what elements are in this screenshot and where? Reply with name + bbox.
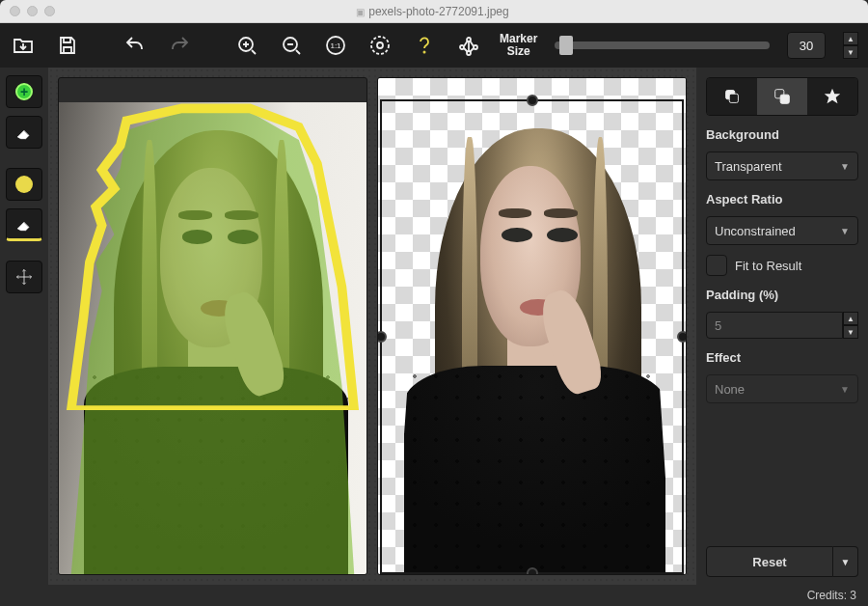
plus-circle-icon: +: [15, 83, 33, 100]
fit-to-result-row: Fit to Result: [706, 255, 858, 276]
zoom-out-icon: [280, 34, 303, 57]
svg-rect-12: [729, 94, 738, 102]
close-window-icon[interactable]: [10, 6, 20, 16]
tab-output[interactable]: [757, 78, 807, 115]
effect-label: Effect: [706, 350, 858, 365]
move-icon: [14, 267, 34, 287]
eraser-tool-2[interactable]: [6, 208, 42, 241]
padding-input[interactable]: 5: [706, 312, 843, 339]
left-toolbar: +: [0, 68, 48, 585]
undo-icon: [123, 34, 147, 57]
slider-thumb[interactable]: [559, 36, 573, 55]
effect-dropdown[interactable]: None ▼: [706, 374, 858, 403]
reset-button[interactable]: Reset: [706, 546, 833, 577]
move-tool[interactable]: [6, 261, 42, 293]
document-title: pexels-photo-2772091.jpeg: [55, 5, 810, 18]
open-button[interactable]: [10, 32, 37, 59]
stepper-down-icon[interactable]: ▼: [843, 45, 858, 59]
crop-handle-top[interactable]: [527, 95, 538, 106]
ai-button[interactable]: [455, 32, 482, 59]
source-panel[interactable]: [58, 77, 367, 575]
crop-handle-right[interactable]: [677, 331, 687, 343]
svg-text:1:1: 1:1: [330, 41, 341, 50]
chevron-down-icon: ▼: [840, 384, 850, 395]
tab-layers[interactable]: [707, 78, 757, 115]
redo-button[interactable]: [166, 32, 193, 59]
main-area: +: [0, 68, 868, 585]
chevron-down-icon: ▼: [840, 161, 850, 172]
zoom-window-icon[interactable]: [44, 6, 55, 16]
svg-point-6: [423, 51, 424, 52]
zoom-actual-button[interactable]: 1:1: [322, 32, 349, 59]
padding-label: Padding (%): [706, 288, 858, 302]
save-button[interactable]: [54, 32, 81, 59]
fit-to-result-label: Fit to Result: [735, 259, 801, 273]
minimize-window-icon[interactable]: [27, 6, 38, 16]
foreground-marker-tool[interactable]: [6, 168, 42, 201]
network-icon: [457, 34, 480, 57]
svg-point-4: [371, 37, 389, 54]
fit-to-result-checkbox[interactable]: [706, 255, 727, 276]
zoom-1to1-icon: 1:1: [324, 34, 347, 57]
window-titlebar: pexels-photo-2772091.jpeg: [0, 0, 868, 23]
marker-size-stepper[interactable]: ▲ ▼: [843, 32, 858, 59]
reset-more-button[interactable]: ▼: [833, 546, 858, 577]
help-icon: [413, 34, 436, 57]
stepper-up-icon[interactable]: ▲: [843, 32, 858, 45]
zoom-fit-button[interactable]: [366, 32, 393, 59]
eraser-icon: [14, 123, 34, 142]
eraser-icon: [14, 214, 34, 234]
save-icon: [56, 34, 79, 57]
marker-size-slider[interactable]: [555, 41, 770, 49]
background-value: Transparent: [715, 159, 782, 174]
source-image: [59, 102, 366, 574]
svg-point-8: [460, 45, 464, 49]
canvas-area: [48, 68, 696, 585]
help-button[interactable]: [411, 32, 438, 59]
zoom-in-button[interactable]: [233, 32, 260, 59]
right-sidebar: Background Transparent ▼ Aspect Ratio Un…: [696, 68, 868, 585]
zoom-fit-icon: [368, 34, 392, 57]
overlap-icon: [772, 86, 793, 107]
stepper-down-icon[interactable]: ▼: [843, 325, 858, 339]
chevron-down-icon: ▼: [840, 226, 850, 236]
folder-open-icon: [12, 34, 35, 57]
aspect-ratio-dropdown[interactable]: Unconstrained ▼: [706, 216, 858, 245]
copy-icon: [721, 86, 743, 107]
sidebar-tabs: [706, 77, 858, 116]
eraser-tool[interactable]: [6, 116, 42, 149]
marker-size-label: Marker Size: [500, 33, 537, 58]
background-dropdown[interactable]: Transparent ▼: [706, 152, 858, 180]
undo-button[interactable]: [122, 32, 149, 59]
aspect-ratio-label: Aspect Ratio: [706, 192, 858, 207]
top-toolbar: 1:1 Marker Size 30 ▲ ▼: [0, 23, 868, 68]
stepper-up-icon[interactable]: ▲: [843, 312, 858, 325]
traffic-lights: [10, 6, 55, 16]
svg-rect-14: [780, 95, 789, 103]
tab-favorites[interactable]: [807, 78, 857, 115]
marker-size-value[interactable]: 30: [787, 32, 826, 59]
credits-label: Credits: 3: [807, 589, 856, 602]
zoom-in-icon: [235, 34, 258, 57]
add-marker-tool[interactable]: +: [6, 75, 42, 108]
redo-icon: [168, 34, 191, 57]
aspect-ratio-value: Unconstrained: [715, 224, 796, 238]
status-bar: Credits: 3: [0, 585, 868, 606]
crop-frame[interactable]: [380, 99, 684, 574]
crop-handle-bottom[interactable]: [527, 567, 538, 575]
zoom-out-button[interactable]: [278, 32, 305, 59]
background-label: Background: [706, 127, 858, 142]
svg-point-5: [377, 42, 383, 48]
svg-point-9: [474, 45, 477, 49]
star-icon: [822, 86, 843, 107]
padding-stepper[interactable]: ▲ ▼: [843, 312, 858, 339]
result-panel[interactable]: [377, 77, 687, 575]
effect-value: None: [715, 382, 745, 397]
crop-handle-left[interactable]: [377, 331, 387, 343]
yellow-circle-icon: [15, 176, 33, 193]
